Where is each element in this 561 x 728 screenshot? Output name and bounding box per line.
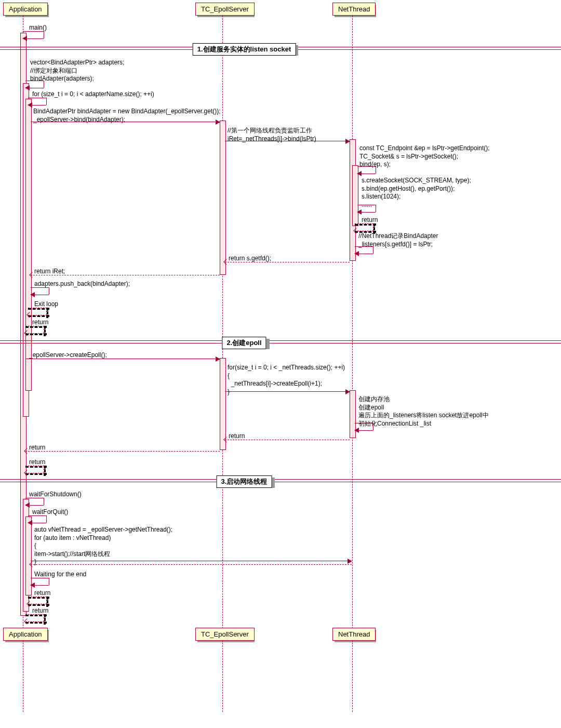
- participant-epollserver-top: TC_EpollServer: [195, 3, 255, 16]
- msg-return-1: return: [362, 216, 378, 224]
- msg-createsocket: s.createSocket(SOCK_STREAM, type); s.bin…: [362, 177, 471, 209]
- msg-adapters-decl: vector<BindAdapterPtr> adapters; //绑定对象和…: [30, 59, 124, 83]
- msg-create-mempool: 创建内存池 创建epoll 遍历上面的_listeners将listen soc…: [358, 395, 489, 428]
- divider-3: 3.启动网络线程: [217, 475, 272, 488]
- return-arrow: [25, 451, 220, 452]
- msg-return-getfd: return s.getfd();: [229, 255, 271, 263]
- msg-waitforshutdown: waitForShutdown(): [29, 491, 82, 499]
- msg-netthreads-bind: //第一个网络线程负责监听工作 iRet=_netThreads[i]->bin…: [228, 127, 316, 143]
- msg-return-2: return: [32, 319, 48, 327]
- msg-createepoll: _epollServer->createEpoll();: [29, 351, 107, 360]
- activation: [220, 358, 226, 450]
- msg-return-4: return: [29, 444, 45, 452]
- msg-for-netthreads: for(size_t i = 0; i < _netThreads.size()…: [228, 364, 345, 396]
- activation: [220, 121, 226, 275]
- activation: [25, 99, 32, 391]
- msg-return-3: return: [229, 432, 245, 441]
- participant-netthread-top: NetThread: [332, 3, 376, 16]
- participant-epollserver-bottom: TC_EpollServer: [195, 628, 255, 641]
- msg-waiting-end: Waiting for the end: [34, 571, 86, 579]
- msg-return-7: return: [32, 607, 48, 615]
- participant-netthread-bottom: NetThread: [332, 628, 376, 641]
- divider-2: 2.创建epoll: [222, 337, 266, 349]
- lifeline-netthread: [352, 16, 353, 712]
- msg-return-6: return: [34, 589, 50, 598]
- msg-return-iret: return iRet;: [34, 268, 65, 276]
- msg-endpoint: const TC_Endpoint &ep = lsPtr->getEndpoi…: [359, 144, 490, 169]
- msg-for-adapters: for (size_t i = 0; i < adapterName.size(…: [32, 90, 154, 99]
- msg-bindadapter-new: BindAdapterPtr bindAdapter = new BindAda…: [33, 108, 221, 124]
- msg-push-back: adapters.push_back(bindAdapter);: [34, 280, 130, 288]
- participant-application-bottom: Application: [3, 628, 48, 641]
- divider-1: 1.创建服务实体的listen socket: [193, 43, 296, 56]
- participant-application-top: Application: [3, 3, 48, 16]
- msg-main: main(): [29, 24, 47, 32]
- msg-getnetthread: auto vNetThread = _epollServer->getNetTh…: [34, 526, 172, 566]
- msg-return-5: return: [29, 458, 45, 467]
- msg-waitforquit: waitForQuit(): [32, 508, 68, 517]
- sequence-diagram: Application TC_EpollServer NetThread mai…: [0, 0, 561, 728]
- msg-listeners-record: //NetThread记录BindAdapter _listeners[s.ge…: [358, 232, 438, 248]
- msg-exit-loop: Exit loop: [34, 300, 58, 309]
